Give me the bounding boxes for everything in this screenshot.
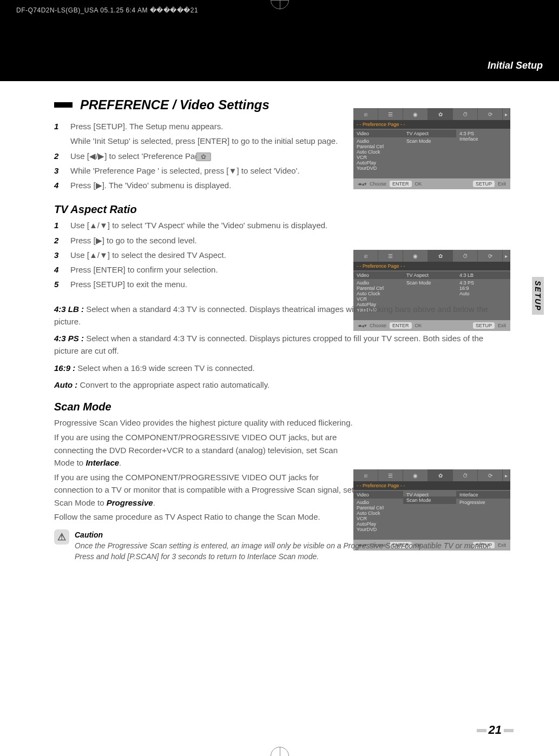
section-bar-icon (54, 102, 73, 108)
step-3: While 'Preference Page ' is selected, pr… (70, 164, 357, 177)
section-title: PREFERENCE / Video Settings (80, 97, 269, 112)
step-1: Press [SETUP]. The Setup menu appears. (70, 120, 357, 132)
def-169: 16:9 : Select when a 16:9 wide screen TV… (54, 362, 498, 374)
step-4: Press [▶]. The 'Video' submenu is displa… (70, 179, 357, 191)
subsection-tv-aspect: TV Aspect Ratio (54, 203, 510, 216)
tva-step-2: Press [▶] to go to the second level. (70, 234, 357, 247)
tva-step-5: Press [SETUP] to exit the menu. (70, 278, 357, 290)
scan-bullet-interlace: If you are using the COMPONENT/PROGRESSI… (54, 431, 357, 469)
registration-mark-bottom (271, 747, 289, 756)
gear-icon (196, 152, 211, 161)
breadcrumb: Initial Setup (488, 60, 543, 71)
header-bar: DF-Q74D2N-LS(GB)_USA 05.1.25 6:4 AM ����… (0, 0, 559, 81)
subsection-scan-mode: Scan Mode (54, 401, 510, 413)
step-1-sub: While 'Init Setup' is selected, press [E… (70, 135, 357, 147)
def-43lb: 4:3 LB : Select when a standard 4:3 TV i… (54, 303, 498, 328)
scan-intro: Progressive Scan Video provides the high… (54, 416, 357, 429)
def-auto: Auto : Convert to the appropriate aspect… (54, 379, 498, 391)
page-number: 21 (475, 723, 516, 737)
caution-text: Caution Once the Progressive Scan settin… (75, 529, 508, 562)
scan-bullet-progressive: If you are using the COMPONENT/PROGRESSI… (54, 471, 357, 509)
tva-step-4: Press [ENTER] to confirm your selection. (70, 263, 357, 276)
step-2: Use [◀/▶] to select 'Preference Page '. (70, 150, 357, 162)
caution-icon: ⚠ (54, 529, 69, 545)
def-43ps: 4:3 PS : Select when a standard 4:3 TV i… (54, 332, 498, 357)
scan-follow: Follow the same procedure as TV Aspect R… (54, 512, 510, 521)
step-number: 1 (54, 120, 63, 132)
tva-step-1: Use [▲/▼] to select 'TV Aspect' while th… (70, 219, 357, 231)
tva-step-3: Use [▲/▼] to select the desired TV Aspec… (70, 249, 357, 261)
